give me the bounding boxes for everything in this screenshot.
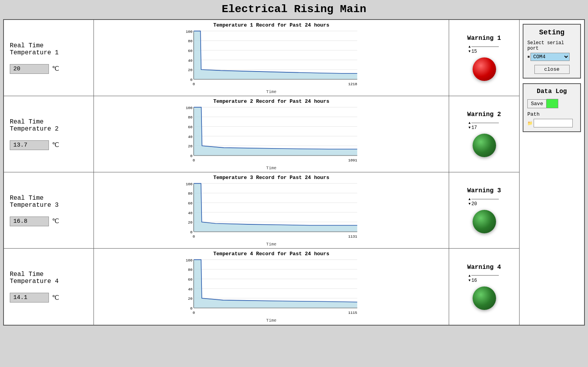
svg-text:40: 40 bbox=[188, 211, 193, 215]
sensor-unit-2: ℃ bbox=[52, 141, 59, 149]
up-arrow-2: ▲ bbox=[469, 121, 471, 125]
sensor-value-2: 13.7 bbox=[10, 140, 49, 150]
svg-text:0: 0 bbox=[190, 154, 192, 158]
svg-text:80: 80 bbox=[188, 115, 193, 120]
warning-label-2: Warning 2 bbox=[467, 111, 501, 118]
chart-xlabel-3: Time bbox=[98, 242, 445, 247]
chart-xlabel-1: Time bbox=[98, 90, 445, 94]
chart-area-3: Temperature 3 Record for Past 24 hours 1… bbox=[94, 172, 449, 248]
port-select[interactable]: COM4 COM1 COM2 COM3 bbox=[530, 53, 570, 61]
chart-area-4: Temperature 4 Record for Past 24 hours 1… bbox=[94, 249, 449, 325]
datalog-title: Data Log bbox=[527, 88, 576, 95]
svg-text:100: 100 bbox=[186, 30, 193, 34]
svg-text:60: 60 bbox=[188, 277, 193, 282]
svg-text:1115: 1115 bbox=[348, 311, 357, 315]
warning-label-1: Warning 1 bbox=[467, 35, 501, 42]
sensor-row-1: Real Time Temperature 1 20 ℃ Temperature… bbox=[4, 20, 520, 96]
sensor-value-4: 14.1 bbox=[10, 293, 49, 303]
chart-title-3: Temperature 3 Record for Past 24 hours bbox=[98, 175, 445, 181]
indicator-light-3 bbox=[473, 210, 496, 233]
svg-text:40: 40 bbox=[188, 135, 193, 139]
warning-area-2: Warning 2 ▲ ▼ 17 bbox=[449, 96, 520, 172]
indicator-light-2 bbox=[473, 134, 496, 157]
warning-area-1: Warning 1 ▲ ▼ 15 bbox=[449, 20, 520, 96]
svg-text:0: 0 bbox=[190, 78, 192, 82]
chart-title-1: Temperature 1 Record for Past 24 hours bbox=[98, 22, 445, 28]
svg-text:0: 0 bbox=[192, 158, 195, 163]
svg-text:80: 80 bbox=[188, 192, 193, 196]
sensor-label-1: Real Time Temperature 1 bbox=[10, 42, 88, 56]
save-button[interactable]: Save bbox=[527, 99, 547, 108]
up-arrow-3: ▲ bbox=[469, 197, 471, 201]
sensor-unit-1: ℃ bbox=[52, 65, 59, 73]
chart-area-2: Temperature 2 Record for Past 24 hours 1… bbox=[94, 96, 449, 172]
threshold-val-3: 20 bbox=[471, 201, 477, 207]
svg-text:20: 20 bbox=[188, 144, 193, 149]
sensor-label-4: Real Time Temperature 4 bbox=[10, 271, 88, 285]
chart-xlabel-2: Time bbox=[98, 166, 445, 170]
svg-text:1218: 1218 bbox=[348, 82, 357, 86]
chart-svg-3: 100 80 60 40 20 0 0 1131 bbox=[98, 181, 445, 240]
svg-text:60: 60 bbox=[188, 201, 193, 206]
chart-svg-1: 100 80 60 40 20 0 0 1218 bbox=[98, 29, 445, 88]
warning-label-4: Warning 4 bbox=[467, 264, 501, 271]
sensor-value-1: 20 bbox=[10, 64, 49, 74]
svg-text:20: 20 bbox=[188, 220, 193, 225]
threshold-val-1: 15 bbox=[471, 49, 477, 54]
svg-marker-33 bbox=[194, 107, 357, 155]
settings-box: Seting Select serial port ■ COM4 COM1 CO… bbox=[523, 24, 581, 79]
svg-text:1131: 1131 bbox=[348, 235, 357, 239]
port-icon: ■ bbox=[527, 55, 530, 59]
svg-text:20: 20 bbox=[188, 297, 193, 301]
svg-text:100: 100 bbox=[186, 182, 193, 186]
svg-text:80: 80 bbox=[188, 39, 193, 43]
down-arrow-2: ▼ bbox=[469, 126, 471, 130]
page-title: Electrical Rising Main bbox=[0, 0, 588, 18]
chart-xlabel-4: Time bbox=[98, 318, 445, 323]
sensors-area: Real Time Temperature 1 20 ℃ Temperature… bbox=[4, 20, 520, 325]
svg-text:0: 0 bbox=[192, 235, 195, 239]
warning-threshold-2: ▲ ▼ 17 bbox=[469, 121, 500, 131]
serial-port-label: Select serial port bbox=[527, 40, 576, 51]
svg-text:100: 100 bbox=[186, 106, 193, 110]
svg-text:40: 40 bbox=[188, 287, 193, 292]
chart-title-4: Temperature 4 Record for Past 24 hours bbox=[98, 251, 445, 257]
chart-svg-4: 100 80 60 40 20 0 0 1115 bbox=[98, 258, 445, 316]
svg-text:0: 0 bbox=[192, 82, 195, 86]
down-arrow-4: ▼ bbox=[469, 279, 471, 283]
svg-text:0: 0 bbox=[192, 311, 195, 315]
svg-text:1091: 1091 bbox=[348, 158, 357, 163]
threshold-val-4: 16 bbox=[471, 278, 477, 283]
svg-text:20: 20 bbox=[188, 68, 193, 72]
chart-title-2: Temperature 2 Record for Past 24 hours bbox=[98, 98, 445, 104]
chart-area-1: Temperature 1 Record for Past 24 hours 1… bbox=[94, 20, 449, 96]
sensor-unit-3: ℃ bbox=[52, 217, 59, 225]
threshold-val-2: 17 bbox=[471, 125, 477, 131]
sensor-row-3: Real Time Temperature 3 16.8 ℃ Temperatu… bbox=[4, 172, 520, 249]
sensor-row-2: Real Time Temperature 2 13.7 ℃ Temperatu… bbox=[4, 96, 520, 172]
sidebar: Seting Select serial port ■ COM4 COM1 CO… bbox=[520, 20, 584, 325]
path-folder-icon: 📁 bbox=[527, 121, 533, 126]
warning-area-3: Warning 3 ▲ ▼ 20 bbox=[449, 172, 520, 248]
sensor-label-2: Real Time Temperature 2 bbox=[10, 118, 88, 132]
indicator-light-1 bbox=[473, 57, 496, 81]
svg-text:40: 40 bbox=[188, 59, 193, 63]
svg-text:0: 0 bbox=[190, 306, 192, 311]
svg-text:60: 60 bbox=[188, 49, 193, 53]
close-button[interactable]: close bbox=[534, 65, 570, 74]
sensor-unit-4: ℃ bbox=[52, 294, 59, 302]
svg-text:100: 100 bbox=[186, 258, 193, 263]
sensor-row-4: Real Time Temperature 4 14.1 ℃ Temperatu… bbox=[4, 249, 520, 325]
up-arrow-4: ▲ bbox=[469, 274, 471, 278]
up-arrow-1: ▲ bbox=[469, 45, 471, 49]
down-arrow-3: ▼ bbox=[469, 202, 471, 206]
path-input[interactable] bbox=[534, 119, 573, 127]
svg-marker-67 bbox=[194, 260, 357, 308]
svg-text:60: 60 bbox=[188, 125, 193, 129]
svg-text:80: 80 bbox=[188, 268, 193, 272]
datalog-box: Data Log Save Path 📁 bbox=[523, 83, 581, 132]
warning-threshold-4: ▲ ▼ 16 bbox=[469, 274, 500, 283]
sensor-value-3: 16.8 bbox=[10, 217, 49, 226]
warning-threshold-3: ▲ ▼ 20 bbox=[469, 197, 500, 207]
svg-marker-50 bbox=[194, 183, 357, 231]
